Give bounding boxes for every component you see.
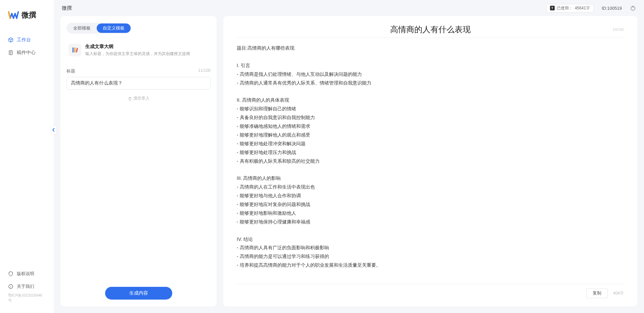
- topbar: 微撰 T 已使用：45641字 ID:100519: [54, 0, 644, 16]
- trash-icon: [128, 97, 132, 101]
- template-title: 生成文章大纲: [85, 44, 190, 50]
- page-title: 微撰: [62, 5, 72, 11]
- sidebar-collapse-button[interactable]: [51, 126, 56, 134]
- title-field-label-row: 标题 11/100: [66, 68, 211, 74]
- template-desc: 输入标题，为你提供文章主体的灵感，并为其创建推文提纲: [85, 51, 190, 57]
- title-field-count: 11/100: [198, 68, 211, 74]
- title-input[interactable]: [66, 77, 211, 90]
- template-info: 生成文章大纲 输入标题，为你提供文章主体的灵感，并为其创建推文提纲: [85, 44, 190, 57]
- main: 微撰 T 已使用：45641字 ID:100519 全部模板 自定义模板: [54, 0, 644, 313]
- template-tabs: 全部模板 自定义模板: [66, 23, 131, 34]
- generate-button[interactable]: 生成内容: [105, 287, 172, 300]
- tab-all-templates[interactable]: 全部模板: [67, 23, 97, 33]
- template-card: 生成文章大纲 输入标题，为你提供文章主体的灵感，并为其创建推文提纲: [66, 40, 211, 63]
- usage-badge: T 已使用：45641字: [546, 4, 594, 12]
- sidebar-item-about[interactable]: 关于我们: [0, 280, 54, 293]
- sidebar-item-label: 工作台: [17, 37, 31, 43]
- user-id: ID:100519: [602, 6, 622, 11]
- cube-icon: [8, 37, 13, 43]
- copy-button[interactable]: 复制: [586, 288, 608, 298]
- nav: 工作台 稿件中心: [0, 34, 54, 267]
- char-count: 404字: [613, 291, 624, 296]
- divider: [237, 38, 624, 38]
- shield-icon: [8, 271, 13, 276]
- left-panel: 全部模板 自定义模板 生成文章大纲 输入标题，为你提供文章主体的灵感，并为其创建…: [60, 16, 217, 306]
- doc-title[interactable]: 高情商的人有什么表现: [237, 24, 624, 35]
- info-icon: [8, 284, 13, 289]
- doc-body[interactable]: 题目:高情商的人有哪些表现 I. 引言 - 高情商是指人们处理情绪、与他人互动以…: [237, 44, 624, 280]
- sidebar-item-label: 关于我们: [17, 283, 34, 290]
- doc-title-row: 高情商的人有什么表现 10/100: [237, 24, 624, 35]
- logo-text: 微撰: [21, 10, 36, 20]
- doc-title-count: 10/100: [612, 28, 624, 32]
- text-icon: T: [550, 6, 555, 10]
- sidebar-item-drafts[interactable]: 稿件中心: [0, 46, 54, 59]
- template-icon: [68, 44, 81, 56]
- sidebar-item-workspace[interactable]: 工作台: [0, 34, 54, 46]
- tab-custom-templates[interactable]: 自定义模板: [97, 23, 131, 33]
- clear-input-button[interactable]: 清空录入: [66, 96, 211, 101]
- usage-label: 已使用：: [557, 5, 573, 11]
- logo: 微撰: [0, 10, 54, 34]
- clear-label: 清空录入: [133, 96, 149, 101]
- power-icon[interactable]: [630, 5, 636, 11]
- logo-icon: [8, 10, 19, 20]
- doc-footer: 复制 404字: [237, 284, 624, 298]
- sidebar-footer: 版权说明 关于我们 鄂ICP备2022016946号: [0, 267, 54, 313]
- chevron-left-icon: [52, 128, 55, 132]
- document-icon: [8, 50, 13, 55]
- icp-text: 鄂ICP备2022016946号: [0, 293, 54, 306]
- title-field-label: 标题: [66, 68, 75, 74]
- topbar-right: T 已使用：45641字 ID:100519: [546, 4, 636, 12]
- sidebar-item-copyright[interactable]: 版权说明: [0, 267, 54, 280]
- usage-value: 45641字: [575, 5, 590, 11]
- sidebar-item-label: 稿件中心: [17, 50, 36, 56]
- sidebar-item-label: 版权说明: [17, 271, 34, 277]
- content: 全部模板 自定义模板 生成文章大纲 输入标题，为你提供文章主体的灵感，并为其创建…: [54, 16, 644, 313]
- right-panel: 高情商的人有什么表现 10/100 题目:高情商的人有哪些表现 I. 引言 - …: [223, 16, 637, 306]
- sidebar: 微撰 工作台 稿件中心 版权说明: [0, 0, 54, 313]
